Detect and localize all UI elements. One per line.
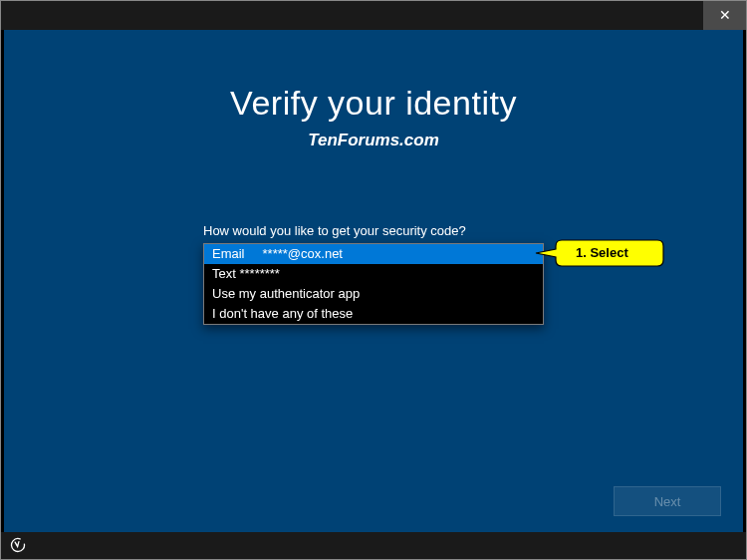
bottom-bar xyxy=(0,532,747,560)
next-button[interactable]: Next xyxy=(614,486,721,516)
callout-label: 1. Select xyxy=(576,245,628,260)
dropdown-option-none[interactable]: I don't have any of these xyxy=(204,304,543,324)
dropdown-option-text[interactable]: Text ******** xyxy=(204,264,543,284)
annotation-callout: 1. Select xyxy=(562,236,671,269)
dropdown-option-email[interactable]: Email *****@cox.net xyxy=(204,244,543,264)
oobe-content: Verify your identity TenForums.com How w… xyxy=(4,30,743,532)
dropdown-option-authenticator[interactable]: Use my authenticator app xyxy=(204,284,543,304)
ease-of-access-icon[interactable] xyxy=(10,537,26,556)
watermark-text: TenForums.com xyxy=(4,131,743,150)
close-icon: ✕ xyxy=(719,7,731,23)
prompt-label: How would you like to get your security … xyxy=(203,223,466,238)
title-bar: ✕ xyxy=(0,0,747,30)
close-button[interactable]: ✕ xyxy=(703,0,747,30)
page-title: Verify your identity xyxy=(4,84,743,123)
next-button-label: Next xyxy=(654,494,681,509)
verification-method-dropdown[interactable]: Email *****@cox.net Text ******** Use my… xyxy=(203,243,544,325)
